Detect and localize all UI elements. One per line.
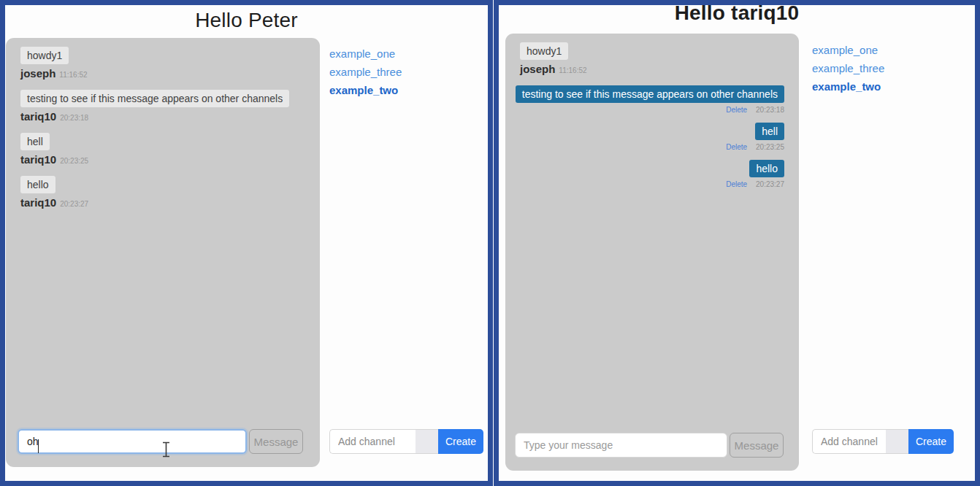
window-peter: Hello Peter howdy1 joseph11:16:52 testin… xyxy=(0,0,493,486)
message-input-row: Message xyxy=(515,433,784,458)
channel-link-example-two[interactable]: example_two xyxy=(812,80,884,93)
chat-message: howdy1 joseph11:16:52 xyxy=(520,42,587,75)
chat-message-own: testing to see if this message appears o… xyxy=(520,85,784,114)
message-list: howdy1 joseph11:16:52 testing to see if … xyxy=(505,34,799,197)
text-caret xyxy=(38,439,39,453)
message-time: 20:23:27 xyxy=(60,200,88,208)
add-channel-group: Create xyxy=(812,429,954,454)
chat-message: hell tariq1020:23:25 xyxy=(20,133,88,166)
chat-panel: howdy1 joseph11:16:52 testing to see if … xyxy=(6,38,320,467)
message-sender: tariq10 xyxy=(20,153,56,166)
message-bubble: howdy1 xyxy=(520,42,568,60)
channel-list: example_one example_three example_two xyxy=(812,44,884,93)
message-time: 20:23:25 xyxy=(756,143,784,151)
message-meta: joseph11:16:52 xyxy=(520,63,587,75)
chat-message: hello tariq1020:23:27 xyxy=(20,176,88,209)
message-time: 20:23:18 xyxy=(756,106,784,114)
channel-link-example-one[interactable]: example_one xyxy=(812,44,884,56)
chat-panel: howdy1 joseph11:16:52 testing to see if … xyxy=(505,34,799,471)
message-time: 20:23:18 xyxy=(60,114,88,122)
channel-link-example-one[interactable]: example_one xyxy=(329,47,402,60)
page-title: Hello Peter xyxy=(5,9,488,32)
message-meta: Delete20:23:27 xyxy=(726,180,784,188)
message-meta: Delete20:23:25 xyxy=(726,143,784,151)
message-input[interactable] xyxy=(18,429,247,454)
message-time: 11:16:52 xyxy=(59,71,87,79)
message-meta: Delete20:23:18 xyxy=(726,106,784,114)
message-sender: tariq10 xyxy=(20,110,56,123)
message-bubble: hell xyxy=(755,123,784,140)
message-sender: joseph xyxy=(520,63,555,75)
message-time: 20:23:25 xyxy=(60,157,88,165)
message-send-button[interactable]: Message xyxy=(249,429,303,454)
add-channel-group: Create xyxy=(329,429,483,454)
message-sender: joseph xyxy=(20,67,55,80)
message-list: howdy1 joseph11:16:52 testing to see if … xyxy=(6,38,320,219)
message-bubble: hell xyxy=(20,133,50,150)
delete-message-link[interactable]: Delete xyxy=(726,180,747,188)
add-channel-spacer xyxy=(416,429,438,454)
message-meta: joseph11:16:52 xyxy=(20,67,88,80)
add-channel-input[interactable] xyxy=(812,429,886,454)
channel-link-example-three[interactable]: example_three xyxy=(329,66,402,78)
channel-list: example_one example_three example_two xyxy=(329,47,402,96)
message-bubble: hello xyxy=(20,176,55,193)
page-title: Hello tariq10 xyxy=(499,1,975,25)
message-send-button[interactable]: Message xyxy=(730,433,784,458)
create-channel-button[interactable]: Create xyxy=(438,429,483,454)
message-meta: tariq1020:23:18 xyxy=(20,110,88,123)
add-channel-input[interactable] xyxy=(329,429,416,454)
message-bubble: hello xyxy=(749,160,784,177)
i-beam-cursor-icon xyxy=(161,441,171,460)
chat-message: testing to see if this message appears o… xyxy=(20,90,289,123)
chat-message-own: hello Delete20:23:27 xyxy=(726,160,784,188)
chat-message: howdy1 joseph11:16:52 xyxy=(20,47,88,80)
window-tariq10: Hello tariq10 howdy1 joseph11:16:52 test… xyxy=(494,0,980,486)
message-input[interactable] xyxy=(515,433,727,458)
message-meta: tariq1020:23:27 xyxy=(20,196,88,209)
chat-message-own: hell Delete20:23:25 xyxy=(726,123,784,151)
delete-message-link[interactable]: Delete xyxy=(726,106,747,114)
message-bubble: howdy1 xyxy=(20,47,69,64)
message-input-row: Message xyxy=(18,429,303,454)
message-bubble: testing to see if this message appears o… xyxy=(20,90,289,107)
stage: Hello Peter howdy1 joseph11:16:52 testin… xyxy=(0,0,980,486)
channel-link-example-three[interactable]: example_three xyxy=(812,62,884,74)
delete-message-link[interactable]: Delete xyxy=(726,143,747,151)
message-bubble: testing to see if this message appears o… xyxy=(516,85,784,103)
message-time: 11:16:52 xyxy=(559,66,586,74)
message-time: 20:23:27 xyxy=(756,180,784,188)
message-sender: tariq10 xyxy=(20,196,56,209)
channel-link-example-two[interactable]: example_two xyxy=(329,84,402,96)
create-channel-button[interactable]: Create xyxy=(908,429,954,454)
message-meta: tariq1020:23:25 xyxy=(20,153,88,166)
add-channel-spacer xyxy=(886,429,908,454)
